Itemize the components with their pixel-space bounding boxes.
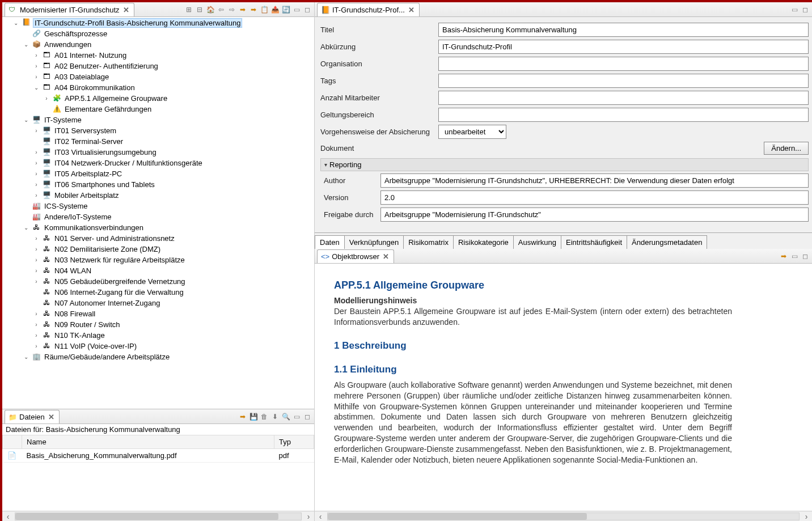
detail-tab[interactable]: Daten xyxy=(315,235,345,249)
chevron-down-icon[interactable]: ⌄ xyxy=(23,225,29,231)
hscroll-left[interactable]: ‹ › xyxy=(2,511,314,521)
input-freigabe[interactable] xyxy=(380,207,809,222)
input-tags[interactable] xyxy=(438,74,809,88)
close-icon[interactable]: ✕ xyxy=(47,413,56,421)
tree-item[interactable]: ›🗔A01 Internet- Nutzung xyxy=(2,50,314,61)
detail-tab[interactable]: Risikokategorie xyxy=(453,235,514,249)
detail-tab[interactable]: Eintrittshäufigkeit xyxy=(561,235,627,249)
input-anzahl[interactable] xyxy=(438,91,809,105)
chevron-down-icon[interactable]: ⌄ xyxy=(23,354,29,360)
tree-item[interactable]: ›🖥️Mobiler Arbeitsplatz xyxy=(2,190,314,201)
tree-item[interactable]: ›🖧N01 Server- und Administrationsnetz xyxy=(2,233,314,244)
chevron-right-icon[interactable]: › xyxy=(33,149,40,155)
tree-item[interactable]: ›🗔A03 Dateiablage xyxy=(2,71,314,82)
scroll-track[interactable] xyxy=(327,512,800,520)
input-abk[interactable] xyxy=(438,40,809,54)
change-button[interactable]: Ändern... xyxy=(764,142,809,155)
maximize-icon[interactable]: ◻ xyxy=(303,412,312,421)
chevron-right-icon[interactable]: › xyxy=(33,160,40,166)
files-table[interactable]: Name Typ Basis_Absicherung_Kommunalverwa… xyxy=(2,435,314,511)
link-reverse-icon[interactable] xyxy=(249,5,258,14)
maximize-icon[interactable]: ◻ xyxy=(801,5,810,14)
chevron-right-icon[interactable]: › xyxy=(33,192,40,198)
col-name[interactable]: Name xyxy=(22,435,274,449)
chevron-right-icon[interactable]: › xyxy=(33,332,40,338)
download-icon[interactable]: ⬇ xyxy=(270,412,280,421)
tree-item[interactable]: ›🖧N11 VoIP (Voice-over-IP) xyxy=(2,341,314,351)
tree-item[interactable]: ›🗔A02 Benutzer- Authentifizierung xyxy=(2,61,314,71)
chevron-right-icon[interactable]: › xyxy=(33,257,40,263)
detail-tab[interactable]: Änderungsmetadaten xyxy=(627,235,707,249)
save-icon[interactable]: 💾 xyxy=(249,412,258,421)
chevron-right-icon[interactable]: › xyxy=(33,128,40,134)
export-icon[interactable]: 📤 xyxy=(270,5,280,14)
chevron-right-icon[interactable]: › xyxy=(33,311,40,317)
tree-item[interactable]: ›🖥️IT01 Serversystem xyxy=(2,125,314,136)
minimize-icon[interactable]: ▭ xyxy=(790,5,799,14)
hscroll-objektbrowser[interactable]: ‹ › xyxy=(315,511,812,521)
refresh-icon[interactable]: 🔄 xyxy=(281,5,290,14)
chevron-right-icon[interactable]: › xyxy=(33,268,40,274)
outline-tab[interactable]: Modernisierter IT-Grundschutz ✕ xyxy=(5,3,134,16)
chevron-right-icon[interactable]: › xyxy=(33,321,40,328)
minimize-icon[interactable]: ▭ xyxy=(790,252,799,261)
tree-item[interactable]: 🖧N06 Internet-Zugang für die Verwaltung xyxy=(2,287,314,298)
chevron-right-icon[interactable]: › xyxy=(33,171,40,177)
input-author[interactable] xyxy=(380,173,809,188)
tree-item[interactable]: 🖥️IT02 Terminal-Server xyxy=(2,136,314,147)
chevron-right-icon[interactable]: › xyxy=(33,343,40,349)
tree-item[interactable]: ⌄🗔A04 Bürokommunikation xyxy=(2,82,314,93)
minimize-icon[interactable]: ▭ xyxy=(292,412,301,421)
chevron-down-icon[interactable]: ⌄ xyxy=(12,20,19,26)
editor-tab[interactable]: 📙 IT-Grundschutz-Prof... ✕ xyxy=(317,3,420,16)
objektbrowser-body[interactable]: APP.5.1 Allgemeine Groupware Modellierun… xyxy=(315,264,812,511)
tree-item[interactable]: ›🖧N10 TK-Anlage xyxy=(2,330,314,341)
copy-icon[interactable]: 📋 xyxy=(260,5,269,14)
search-icon[interactable]: 🔍 xyxy=(281,412,290,421)
table-row[interactable]: Basis_Absicherung_Kommunalverwaltung.pdf… xyxy=(3,449,314,463)
tree-item[interactable]: ⚠️Elementare Gefährdungen xyxy=(2,104,314,115)
link-icon[interactable] xyxy=(779,252,788,261)
tree-item[interactable]: ⌄📦Anwendungen xyxy=(2,39,314,50)
scroll-right-icon[interactable]: › xyxy=(801,512,812,521)
input-titel[interactable] xyxy=(438,23,809,37)
scroll-left-icon[interactable]: ‹ xyxy=(315,512,326,521)
tree-item[interactable]: ⌄🖧Kommunikationsverbindungen xyxy=(2,222,314,233)
chevron-right-icon[interactable]: › xyxy=(33,63,40,69)
link-icon[interactable] xyxy=(238,412,247,421)
scroll-left-icon[interactable]: ‹ xyxy=(2,512,14,521)
forward-icon[interactable]: ⇨ xyxy=(227,5,236,14)
link-icon[interactable] xyxy=(238,5,247,14)
tree-item[interactable]: 🔗Geschäftsprozesse xyxy=(2,28,314,39)
maximize-icon[interactable]: ◻ xyxy=(801,252,810,261)
chevron-down-icon[interactable]: ▾ xyxy=(324,162,327,168)
chevron-down-icon[interactable]: ⌄ xyxy=(23,117,29,123)
detail-tab[interactable]: Verknüpfungen xyxy=(344,235,404,249)
tree-item[interactable]: ›🖥️IT05 Arbeitsplatz-PC xyxy=(2,168,314,179)
chevron-right-icon[interactable]: › xyxy=(33,235,40,242)
tree-item[interactable]: 🏭ICS-Systeme xyxy=(2,201,314,211)
detail-tab[interactable]: Risikomatrix xyxy=(403,235,454,249)
outline-tree[interactable]: ⌄📙IT-Grundschutz-Profil Basis-Absicherun… xyxy=(2,17,314,409)
detail-tab[interactable]: Auswirkung xyxy=(513,235,561,249)
tree-item[interactable]: ›🖥️IT06 Smartphones und Tablets xyxy=(2,179,314,190)
tree-item[interactable]: ⌄📙IT-Grundschutz-Profil Basis-Absicherun… xyxy=(2,17,314,28)
close-icon[interactable]: ✕ xyxy=(407,6,416,14)
expand-all-icon[interactable]: ⊞ xyxy=(184,5,193,14)
tree-item[interactable]: 🖧N07 Autonomer Internet-Zugang xyxy=(2,298,314,308)
delete-icon[interactable]: 🗑 xyxy=(260,412,269,421)
tree-item[interactable]: ›🧩APP.5.1 Allgemeine Groupware xyxy=(2,93,314,104)
scroll-track[interactable] xyxy=(15,512,302,520)
tree-item[interactable]: ›🖧N09 Router / Switch xyxy=(2,319,314,330)
tree-item[interactable]: ⌄🖥️IT-Systeme xyxy=(2,115,314,125)
close-icon[interactable]: ✕ xyxy=(122,6,130,14)
chevron-right-icon[interactable]: › xyxy=(33,74,40,80)
col-type[interactable]: Typ xyxy=(274,435,314,449)
back-icon[interactable]: ⇦ xyxy=(217,5,226,14)
tree-item[interactable]: ›🖧N02 Demilitarisierte Zone (DMZ) xyxy=(2,244,314,255)
files-tab[interactable]: Dateien ✕ xyxy=(5,410,60,423)
tree-item[interactable]: 🏭Andere/IoT-Systeme xyxy=(2,211,314,222)
tree-item[interactable]: ›🖥️IT04 Netzwerk-Drucker / Multifunktion… xyxy=(2,158,314,168)
tree-item[interactable]: ›🖧N03 Netzwerk für reguläre Arbeitsplätz… xyxy=(2,255,314,265)
maximize-icon[interactable]: ◻ xyxy=(303,5,312,14)
